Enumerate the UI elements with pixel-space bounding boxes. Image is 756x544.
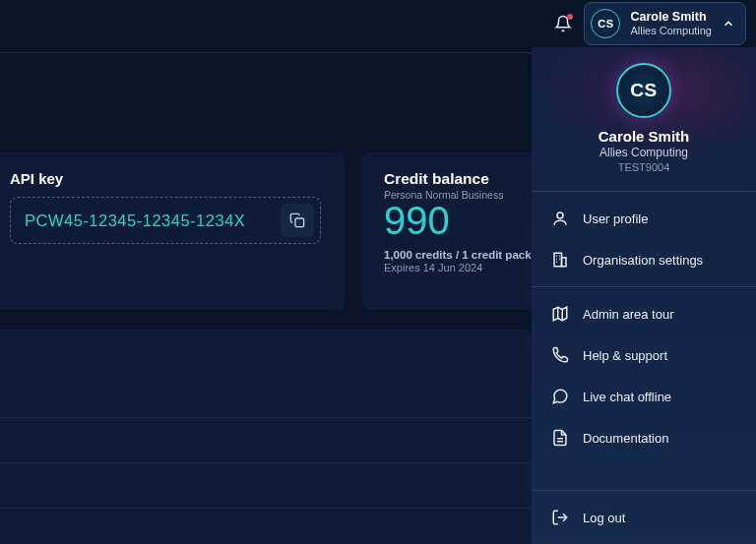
api-key-value: PCW45-12345-12345-1234X [25, 212, 245, 230]
menu-group-1: User profile Organisation settings [532, 192, 756, 286]
menu-item-documentation[interactable]: Documentation [532, 417, 756, 458]
menu-item-user-profile[interactable]: User profile [532, 198, 756, 239]
api-key-box: PCW45-12345-12345-1234X [10, 197, 321, 244]
menu-item-label: Help & support [583, 348, 667, 363]
list-item [0, 463, 532, 509]
svg-rect-2 [554, 253, 562, 267]
svg-marker-4 [553, 307, 567, 321]
menu-group-2: Admin area tour Help & support Live chat… [532, 287, 756, 464]
list-item [0, 509, 532, 544]
menu-item-label: Organisation settings [583, 253, 703, 268]
menu-item-admin-tour[interactable]: Admin area tour [532, 293, 756, 334]
building-icon [551, 251, 569, 269]
svg-point-1 [557, 212, 563, 218]
user-chip-text: Carole Smith Allies Computing [630, 11, 712, 36]
svg-rect-3 [562, 258, 567, 267]
user-dropdown-menu: CS Carole Smith Allies Computing TEST900… [532, 47, 756, 544]
chat-icon [551, 388, 569, 405]
document-icon [551, 429, 569, 447]
menu-item-label: Log out [583, 511, 625, 525]
menu-user-header: CS Carole Smith Allies Computing TEST900… [532, 47, 756, 191]
menu-user-name: Carole Smith [598, 128, 690, 145]
avatar-large: CS [616, 63, 671, 118]
logout-icon [551, 509, 569, 526]
menu-item-organisation-settings[interactable]: Organisation settings [532, 239, 756, 280]
menu-item-label: Documentation [583, 431, 668, 446]
user-icon [551, 210, 569, 227]
chevron-up-icon [722, 17, 735, 30]
api-key-card: API key PCW45-12345-12345-1234X [0, 152, 345, 310]
lower-panel [0, 330, 532, 544]
menu-item-label: Admin area tour [583, 307, 674, 322]
notification-dot-icon [567, 14, 573, 20]
menu-user-code: TEST9004 [618, 161, 670, 173]
list-item [0, 418, 532, 463]
map-icon [551, 305, 569, 323]
user-menu-toggle[interactable]: CS Carole Smith Allies Computing [584, 2, 746, 45]
menu-item-label: User profile [583, 212, 648, 226]
notifications-button[interactable] [554, 15, 572, 32]
menu-item-logout[interactable]: Log out [532, 497, 756, 538]
menu-item-help-support[interactable]: Help & support [532, 334, 756, 376]
chip-user-org: Allies Computing [630, 25, 712, 36]
phone-icon [551, 346, 569, 364]
copy-api-key-button[interactable] [281, 204, 314, 237]
avatar-small: CS [591, 9, 620, 38]
list-item [0, 330, 532, 418]
menu-item-live-chat[interactable]: Live chat offline [532, 376, 756, 417]
top-header: CS Carole Smith Allies Computing [0, 0, 756, 47]
menu-group-logout: Log out [532, 491, 756, 544]
chip-user-name: Carole Smith [630, 11, 712, 25]
svg-rect-0 [295, 218, 304, 227]
menu-user-org: Allies Computing [599, 146, 688, 159]
copy-icon [289, 212, 305, 228]
menu-item-label: Live chat offline [583, 390, 671, 404]
api-key-title: API key [10, 170, 335, 187]
